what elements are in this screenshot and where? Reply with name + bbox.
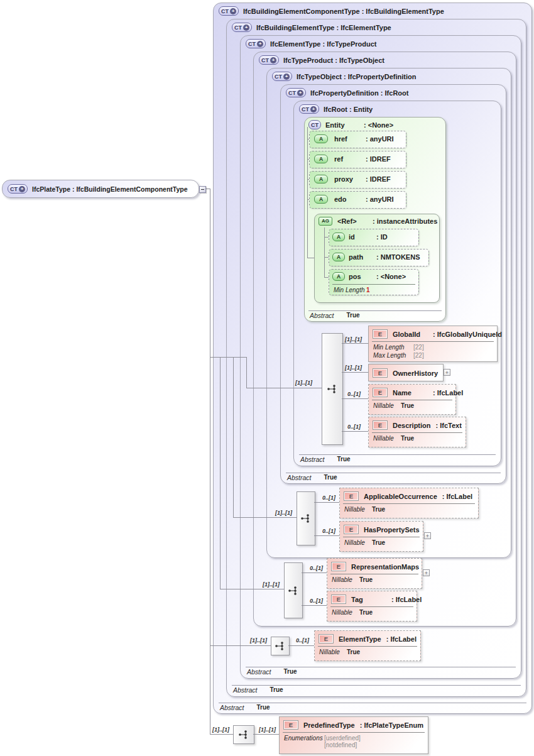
element-icon: E: [319, 634, 334, 644]
entity-type: : <None>: [364, 121, 393, 129]
divider: [372, 341, 494, 342]
box-header: CT+ IfcBuildingElementType : IfcElementT…: [232, 23, 391, 32]
enumeration-values: [userdefined][notdefined]: [324, 735, 361, 748]
connector-line: [342, 372, 368, 373]
divider: [232, 685, 521, 686]
facet-row: Enumerations [userdefined][notdefined]: [280, 734, 428, 749]
complextype-icon: CT+: [219, 6, 239, 16]
abstract-label: Abstract: [310, 312, 334, 319]
expand-button[interactable]: +: [444, 369, 450, 376]
element-icon: E: [331, 594, 346, 604]
element-box-haspropertysets: EHasPropertySets NillableTrue: [339, 521, 423, 552]
element-icon: E: [373, 368, 388, 378]
element-name: PredefinedType: [303, 721, 355, 729]
abstract-row: Abstract True: [310, 312, 360, 319]
abstract-row: Abstract True: [233, 686, 283, 694]
abstract-label: Abstract: [300, 456, 325, 463]
facet-value: True: [359, 576, 373, 583]
attribute-type: : ID: [376, 233, 388, 241]
attribute-box-pos: Apos: <None> Min Length1: [329, 269, 419, 295]
derive-plus-icon[interactable]: +: [270, 57, 276, 63]
cardinality-label: 0..[1]: [347, 391, 361, 397]
attribute-box-edo: Aedo: anyURI: [309, 191, 406, 209]
facet-row: NillableTrue: [340, 539, 423, 547]
facet-label: Min Length: [373, 344, 413, 351]
element-icon: E: [344, 491, 359, 501]
box-title: IfcBuildingElementType : IfcElementType: [256, 24, 391, 31]
abstract-row: Abstract True: [300, 456, 351, 463]
complextype-icon: CT+: [286, 88, 306, 97]
attribute-name: edo: [334, 195, 366, 203]
element-name: GlobalId: [393, 331, 428, 338]
derive-plus-icon[interactable]: +: [19, 186, 25, 192]
expand-button[interactable]: +: [424, 532, 431, 539]
facet-row: NillableTrue: [327, 608, 417, 616]
connector-line: [314, 535, 339, 536]
enumeration-value: [notdefined]: [324, 742, 361, 748]
connector-line: [307, 127, 308, 258]
facet-value: True: [401, 435, 414, 442]
attribute-box-href: Ahref: anyURI: [309, 131, 406, 148]
connector-line: [302, 605, 327, 606]
element-icon: E: [373, 420, 388, 430]
facet-label: Nillable: [344, 506, 372, 513]
box-title: IfcPropertyDefinition : IfcRoot: [310, 89, 408, 97]
derive-plus-icon[interactable]: +: [243, 25, 249, 31]
complextype-icon: CT+: [299, 104, 319, 114]
attribute-name: path: [349, 253, 376, 261]
derive-plus-icon[interactable]: +: [310, 106, 317, 112]
enumeration-value: [userdefined]: [324, 735, 361, 742]
box-header: AG <Ref> : instanceAttributes: [319, 217, 437, 226]
derive-plus-icon[interactable]: +: [257, 41, 263, 47]
facet-value: True: [372, 506, 385, 513]
box-header: CT+ IfcBuildingElementComponentType : If…: [219, 6, 444, 16]
cardinality-label: 0..[1]: [322, 528, 335, 534]
abstract-label: Abstract: [287, 474, 312, 481]
complextype-icon: CT+: [8, 184, 28, 194]
element-box-ownerhistory: EOwnerHistory: [368, 364, 444, 381]
divider: [330, 606, 413, 607]
connector-line: [210, 645, 271, 646]
derive-plus-icon[interactable]: +: [283, 74, 290, 80]
complextype-icon: CT+: [232, 23, 252, 32]
attribute-name: ref: [334, 155, 366, 163]
facet-label: Nillable: [332, 609, 359, 616]
element-box-predefinedtype: EPredefinedType: IfcPlateTypeEnum Enumer…: [279, 716, 428, 754]
connector-line: [233, 517, 297, 518]
attribute-type: : anyURI: [366, 135, 394, 143]
derive-plus-icon[interactable]: +: [230, 8, 236, 14]
facet-value: [22]: [413, 352, 424, 359]
divider: [246, 667, 516, 667]
sequence-indicator: [233, 725, 254, 744]
derive-plus-icon[interactable]: +: [297, 90, 303, 96]
cardinality-label: [1]..[1]: [275, 510, 292, 516]
cardinality-label: 0..[1]: [296, 637, 309, 644]
connector-line: [288, 645, 314, 646]
facet-row: NillableTrue: [369, 434, 466, 442]
facet-label: Nillable: [344, 539, 372, 546]
attribute-icon: A: [314, 175, 328, 184]
sequence-indicator: [297, 491, 315, 545]
element-icon: E: [344, 525, 359, 534]
box-title: IfcTypeProduct : IfcTypeObject: [283, 57, 384, 64]
collapse-handle[interactable]: [199, 186, 206, 193]
element-type: : IfcText: [436, 422, 462, 429]
attribute-box-id: Aid: ID: [329, 229, 419, 246]
element-box-description: EDescription: IfcText NillableTrue: [368, 417, 466, 447]
facet-label: Enumerations: [284, 735, 324, 742]
connector-line: [302, 572, 327, 573]
expand-button[interactable]: +: [423, 569, 430, 576]
attribute-icon: A: [332, 233, 345, 241]
box-title: IfcElementType : IfcTypeProduct: [270, 40, 377, 48]
element-name: HasPropertySets: [364, 526, 419, 534]
connector-line: [342, 431, 368, 432]
facet-value: True: [347, 649, 360, 655]
box-title: IfcRoot : Entity: [324, 106, 373, 113]
box-header: CT+ IfcRoot : Entity: [299, 104, 373, 114]
facet-label: Nillable: [332, 576, 359, 583]
divider: [343, 503, 475, 504]
facet-row: NillableTrue: [340, 505, 478, 513]
attribute-icon: A: [314, 155, 328, 163]
facet-label: Nillable: [373, 435, 401, 442]
divider: [343, 537, 420, 537]
